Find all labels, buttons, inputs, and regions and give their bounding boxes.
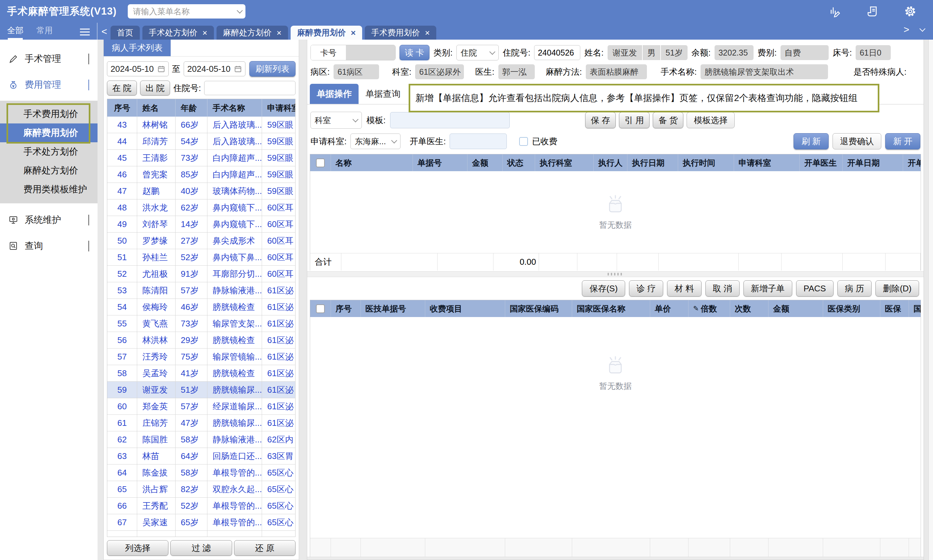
refresh-list-button[interactable]: 刷新列表 [249,61,296,77]
tab-list-chevron-icon[interactable] [919,26,925,31]
table-row[interactable]: 46 曾宪案 85岁 白内障超声... 59区眼 [107,166,296,183]
read-card-button[interactable]: 读 卡 [399,45,429,60]
vertical-scrollbar[interactable] [928,40,933,560]
outpatient-button[interactable]: 出 院 [140,80,170,95]
table-row[interactable]: 63 林苗 64岁 回肠造口还... 63区胃 [107,448,296,465]
tab-bill-query[interactable]: 单据查询 [359,84,407,104]
patient-column-header[interactable]: 手术名称 [207,99,262,117]
charge-column-header[interactable]: 医技单据号 [361,300,425,317]
table-row[interactable]: 65 洪占辉 82岁 双腔永久起... 65区心 [107,481,296,498]
sidebar-subitem[interactable]: 手术费用划价 [0,105,97,123]
close-tab-icon[interactable]: × [425,29,430,37]
charge-action-button[interactable]: 病 历 [837,280,871,297]
sidebar-tab-common[interactable]: 常用 [36,25,52,37]
patient-column-header[interactable]: 序号 [107,99,137,117]
charge-column-header[interactable]: 医保 [881,300,909,317]
bill-column-header[interactable]: 执行日期 [628,154,678,171]
patient-column-header[interactable]: 年龄 [176,99,207,117]
charge-column-header[interactable]: 单价 [650,300,689,317]
table-row[interactable]: 56 林洪林 29岁 膀胱镜检查 61区泌 [107,332,296,349]
charge-action-button[interactable]: 材 料 [667,280,701,297]
page-tab[interactable]: 手术处方划价 × [142,26,214,40]
charge-action-button[interactable]: 删除(D) [876,280,919,297]
table-row[interactable]: 66 王秀配 52岁 单根导管的... 65区心 [107,498,296,514]
type-select[interactable]: 住院 [456,45,499,60]
horizontal-scrollbar[interactable] [307,557,924,560]
table-row[interactable]: 48 洪水龙 62岁 鼻内窥镜下... 60区耳 [107,200,296,216]
page-tab[interactable]: 麻醉处方划价 × [216,26,288,40]
save-button[interactable]: 保 存 [585,112,616,128]
page-tab[interactable]: 手术费用划价 × [365,26,436,40]
close-tab-icon[interactable]: × [202,29,207,37]
admission-no-input[interactable] [204,81,296,95]
template-input[interactable] [390,112,510,128]
refresh-button[interactable]: 刷 新 [794,133,829,149]
charge-column-header[interactable]: 国家 [909,300,921,317]
card-no-input[interactable] [346,45,395,60]
page-tab[interactable]: 麻醉费用划价 × [291,26,362,40]
gear-icon[interactable] [904,5,917,18]
patient-footer-button[interactable]: 过 滤 [170,540,232,556]
dept-select[interactable]: 科室 [310,112,362,129]
stock-button[interactable]: 备 货 [653,112,683,128]
charge-action-button[interactable]: 新增子单 [743,280,792,297]
card-no-field[interactable]: 卡号 [310,45,396,60]
template-select-button[interactable]: 模板选择 [686,112,735,128]
table-row[interactable]: 60 郑金英 57岁 经尿道输尿... 61区泌 [107,398,296,415]
page-tab[interactable]: 首页 [111,26,140,40]
select-all-checkbox[interactable] [316,305,325,313]
charge-column-header[interactable]: 收费项目 [425,300,505,317]
sidebar-subitem[interactable]: 手术处方划价 [0,142,97,161]
table-row[interactable]: 54 侯梅玲 46岁 膀胱镜检查 61区泌 [107,299,296,315]
bill-column-header[interactable]: 名称 [331,154,413,171]
chart-edit-icon[interactable] [828,5,841,18]
inpatient-button[interactable]: 在 院 [107,80,137,95]
patient-list-title-tab[interactable]: 病人手术列表 [104,40,171,56]
patient-footer-button[interactable]: 还 原 [234,540,296,556]
table-row[interactable]: 43 林树铭 66岁 后入路玻璃... 59区眼 [107,117,296,133]
bill-column-header[interactable]: 执行人 [594,154,628,171]
new-open-button[interactable]: 新 开 [885,133,920,149]
patient-column-header[interactable]: 姓名 [137,99,176,117]
table-row[interactable]: 50 罗梦缘 27岁 鼻尖成形术 60区耳 [107,232,296,249]
bill-column-header[interactable]: 执行时间 [678,154,734,171]
table-row[interactable]: 52 尤祖极 91岁 耳廓部分切... 60区耳 [107,266,296,282]
refund-confirm-button[interactable]: 退费确认 [833,133,881,149]
date-to-input[interactable]: 2024-05-10 [184,62,245,76]
table-row[interactable]: 67 吴家速 65岁 单根导管的... 65区心 [107,514,296,531]
sidebar-subitem[interactable]: 费用类模板维护 [0,180,97,199]
bill-column-header[interactable]: 金额 [467,154,503,171]
menu-search-box[interactable] [128,4,245,18]
menu-search-input[interactable] [133,7,237,16]
admission-input[interactable]: 24040526 [534,45,580,60]
paid-checkbox[interactable] [519,137,528,146]
table-row[interactable]: 61 庄锦芳 47岁 膀胱镜输尿... 61区泌 [107,415,296,431]
horizontal-splitter[interactable] [307,271,924,277]
charge-action-button[interactable]: 诊 疗 [629,280,663,297]
table-row[interactable]: 49 刘舒琴 14岁 鼻内窥镜下... 60区耳 [107,216,296,232]
bill-column-header[interactable]: 开单日期 [843,154,903,171]
receipt-icon[interactable] [866,5,879,18]
patient-column-header[interactable]: 申请科室 [262,99,296,117]
bill-column-header[interactable]: 单据号 [413,154,467,171]
charge-action-button[interactable]: 保存(S) [582,280,625,297]
date-from-input[interactable]: 2024-05-10 [107,62,169,76]
tab-scroll-right-icon[interactable]: > [904,24,909,35]
bill-column-header[interactable]: 执行科室 [535,154,594,171]
table-row[interactable]: 57 汪秀玲 75岁 输尿管镜输... 61区泌 [107,349,296,365]
charge-column-header[interactable]: 国家医保编码 [505,300,572,317]
table-row[interactable]: 47 赵鹏 40岁 玻璃体药物... 59区眼 [107,183,296,200]
table-row[interactable]: 44 邱清芳 54岁 后入路玻璃... 59区眼 [107,133,296,150]
req-dept-select[interactable]: 东海麻... [350,134,401,149]
sidebar-item-system-maint[interactable]: 系统维护 [0,210,97,230]
bill-column-header[interactable]: 状态 [503,154,535,171]
sidebar-subitem[interactable]: 麻醉费用划价 [0,123,97,142]
charge-column-header[interactable]: 倍数 [689,300,730,317]
tab-scroll-left-icon[interactable]: < [102,26,107,37]
table-row[interactable]: 51 孙桂兰 52岁 鼻内镜下鼻... 60区耳 [107,249,296,266]
charge-column-header[interactable]: 金额 [768,300,823,317]
tab-bill-operation[interactable]: 单据操作 [310,84,359,104]
close-tab-icon[interactable]: × [351,29,356,37]
cite-button[interactable]: 引 用 [619,112,649,128]
bill-column-header[interactable]: 申请科室 [734,154,800,171]
